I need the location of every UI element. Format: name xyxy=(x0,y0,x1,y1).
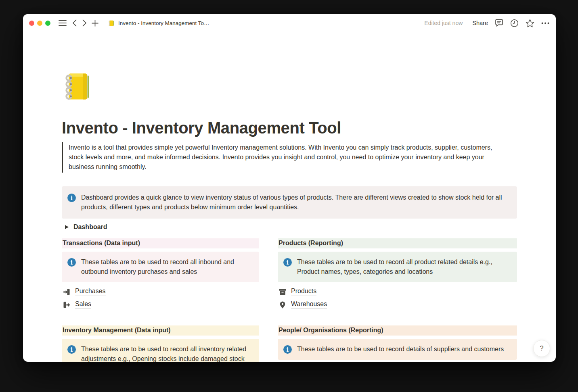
info-icon: i xyxy=(283,258,292,267)
info-icon: i xyxy=(67,258,76,267)
sales-link-label: Sales xyxy=(75,300,91,309)
intro-quote-block: Invento is a tool that provides simple y… xyxy=(62,142,517,173)
help-button[interactable]: ? xyxy=(533,340,550,357)
products-heading: Products (Reporting) xyxy=(278,238,517,248)
page-content: Invento - Inventory Management Tool Inve… xyxy=(23,32,556,362)
columns-row-2: Inventory Management (Data input) i Thes… xyxy=(62,325,517,362)
products-callout: i These tables are to be used to record … xyxy=(278,252,517,282)
transactions-callout-text: These tables are to be used to record al… xyxy=(81,257,253,277)
people-organisations-heading: People/ Organisations (Reporting) xyxy=(278,325,517,336)
page-icon-notebook[interactable] xyxy=(63,71,95,102)
transactions-section: Transactions (Data input) i These tables… xyxy=(62,238,259,311)
close-window-button[interactable] xyxy=(29,21,34,26)
people-organisations-callout: i These tables are to be used to record … xyxy=(278,339,517,360)
location-pin-icon xyxy=(279,301,287,309)
window-titlebar: Invento - Inventory Management To… Edite… xyxy=(23,14,556,32)
info-icon: i xyxy=(67,345,76,354)
share-button[interactable]: Share xyxy=(472,20,488,26)
back-icon[interactable] xyxy=(72,19,77,27)
purchases-page-link[interactable]: Purchases xyxy=(62,286,259,298)
sidebar-menu-icon[interactable] xyxy=(59,20,67,26)
transactions-heading: Transactions (Data input) xyxy=(62,238,259,248)
products-callout-text: These tables are to be used to record al… xyxy=(297,257,511,277)
forward-icon[interactable] xyxy=(82,19,87,27)
zoom-window-button[interactable] xyxy=(45,21,50,26)
toggle-triangle-icon[interactable] xyxy=(65,225,69,229)
dashboard-toggle[interactable]: Dashboard xyxy=(62,222,517,232)
exit-door-icon xyxy=(63,301,71,309)
enter-door-icon xyxy=(63,288,71,296)
inventory-management-heading: Inventory Management (Data input) xyxy=(62,325,259,336)
warehouses-page-link[interactable]: Warehouses xyxy=(278,299,517,311)
tab-title: Invento - Inventory Management To… xyxy=(118,20,209,26)
products-section: Products (Reporting) i These tables are … xyxy=(278,238,517,311)
info-icon: i xyxy=(283,345,292,354)
inventory-management-callout-text: These tables are to be used to record al… xyxy=(81,344,253,362)
archive-box-icon xyxy=(279,288,287,296)
dashboard-callout-text: Dashboard provides a quick glance to vie… xyxy=(81,193,511,212)
edited-status: Edited just now xyxy=(424,20,463,26)
comments-icon[interactable] xyxy=(495,19,503,27)
minimize-window-button[interactable] xyxy=(37,21,42,26)
columns-row-1: Transactions (Data input) i These tables… xyxy=(62,238,517,311)
page-title: Invento - Inventory Management Tool xyxy=(62,118,517,138)
dashboard-callout: i Dashboard provides a quick glance to v… xyxy=(62,186,517,219)
history-clock-icon[interactable] xyxy=(510,19,519,27)
new-tab-icon[interactable] xyxy=(92,20,98,27)
notion-window: Invento - Inventory Management To… Edite… xyxy=(23,14,556,362)
dashboard-toggle-label: Dashboard xyxy=(73,223,107,231)
warehouses-link-label: Warehouses xyxy=(291,300,327,309)
more-options-icon[interactable] xyxy=(541,22,549,24)
info-icon: i xyxy=(67,194,76,202)
people-organisations-callout-text: These tables are to be used to record de… xyxy=(297,344,504,354)
sales-page-link[interactable]: Sales xyxy=(62,299,259,311)
purchases-link-label: Purchases xyxy=(75,288,106,296)
inventory-management-callout: i These tables are to be used to record … xyxy=(62,339,259,362)
inventory-management-section: Inventory Management (Data input) i Thes… xyxy=(62,325,259,362)
page-emoji-notebook-icon xyxy=(108,20,115,27)
products-link-label: Products xyxy=(291,288,316,296)
favorite-star-icon[interactable] xyxy=(526,19,534,27)
people-organisations-section: People/ Organisations (Reporting) i Thes… xyxy=(278,325,517,362)
products-page-link[interactable]: Products xyxy=(278,286,517,298)
transactions-callout: i These tables are to be used to record … xyxy=(62,252,259,282)
